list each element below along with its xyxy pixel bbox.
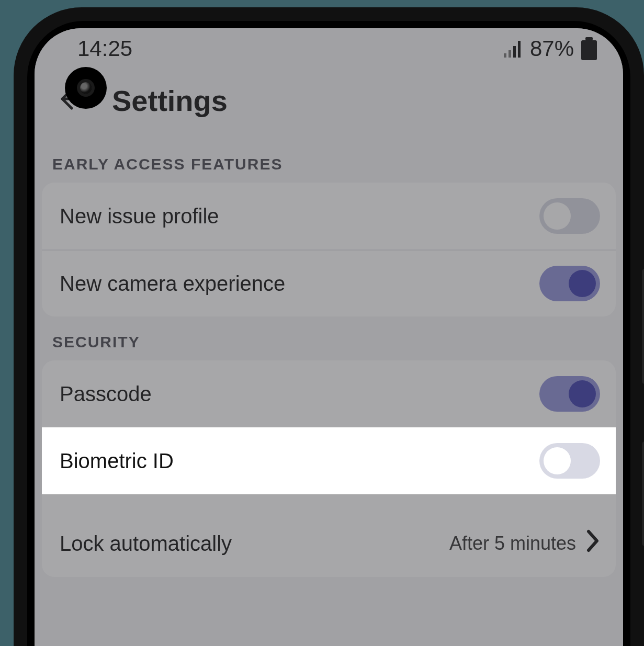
row-lock-automatically[interactable]: Lock automatically After 5 minutes (42, 510, 616, 577)
signal-icon (504, 40, 523, 58)
row-biometric-id[interactable]: Biometric ID (42, 427, 616, 494)
svg-rect-0 (504, 53, 506, 58)
row-label: Biometric ID (60, 449, 539, 473)
status-time: 14:25 (77, 36, 132, 61)
svg-rect-1 (509, 50, 511, 58)
phone-frame: 14:25 87% Settings (14, 7, 644, 646)
svg-rect-2 (513, 46, 516, 58)
phone-side-button (642, 441, 644, 546)
toggle-new-issue-profile[interactable] (539, 198, 600, 234)
row-label: New issue profile (60, 205, 539, 228)
early-access-card: New issue profile New camera experience (42, 183, 616, 316)
row-label: New camera experience (60, 272, 539, 296)
row-label: Lock automatically (60, 532, 449, 556)
page-title: Settings (112, 84, 228, 118)
app-header: Settings (35, 69, 623, 139)
battery-percent: 87% (530, 36, 574, 61)
screen: 14:25 87% Settings (35, 28, 623, 646)
row-value: After 5 minutes (449, 532, 576, 554)
phone-side-button (642, 269, 644, 384)
row-new-issue-profile[interactable]: New issue profile (42, 183, 616, 250)
toggle-passcode[interactable] (539, 376, 600, 412)
toggle-biometric-id[interactable] (539, 443, 600, 479)
phone-bezel: 14:25 87% Settings (27, 21, 630, 646)
row-passcode[interactable]: Passcode (42, 360, 616, 427)
toggle-new-camera-experience[interactable] (539, 266, 600, 301)
security-card: Passcode Biometric ID Lock automatically… (42, 360, 616, 577)
chevron-right-icon (585, 529, 600, 558)
punch-hole-camera (65, 67, 107, 109)
row-label: Passcode (60, 382, 539, 406)
battery-icon (581, 37, 597, 60)
section-label-early-access: EARLY ACCESS FEATURES (35, 139, 623, 183)
row-new-camera-experience[interactable]: New camera experience (42, 250, 616, 316)
section-label-security: SECURITY (35, 316, 623, 360)
svg-rect-3 (518, 41, 521, 58)
status-bar: 14:25 87% (35, 28, 623, 69)
